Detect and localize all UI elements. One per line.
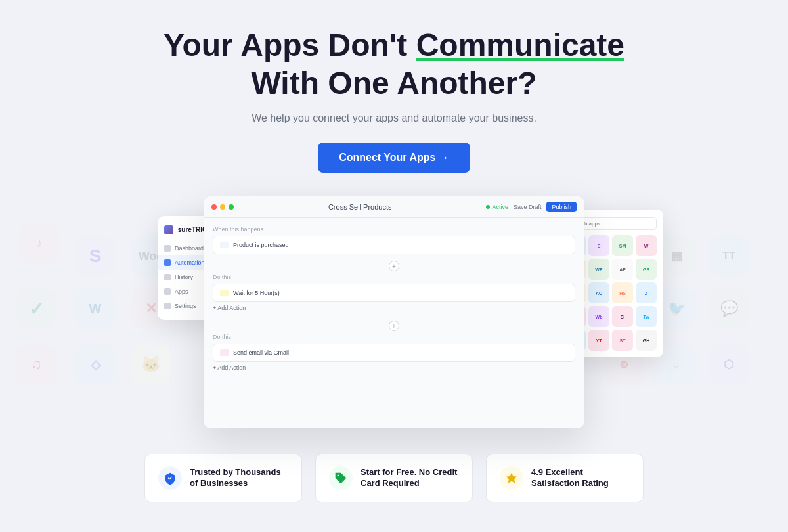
action1-box[interactable]: Wait for 5 Hour(s) xyxy=(213,284,575,302)
action-section-2: Do this Send email via Gmail + Add Actio… xyxy=(213,334,575,374)
app-icon-github[interactable]: GH xyxy=(636,330,657,351)
window-title: Cross Sell Products xyxy=(328,203,392,211)
app-icon-slack[interactable]: Sl xyxy=(612,306,633,327)
trigger-item: Product is purchased xyxy=(233,242,289,248)
action2-item: Send email via Gmail xyxy=(233,349,289,356)
hero-title-line1: Your Apps Don't xyxy=(164,28,416,62)
save-draft-button[interactable]: Save Draft xyxy=(514,204,542,210)
close-dot xyxy=(211,204,217,210)
window-traffic-lights xyxy=(211,204,234,210)
add-step-1[interactable]: + xyxy=(389,261,399,271)
hero-title: Your Apps Don't Communicate With One Ano… xyxy=(164,26,624,102)
app-icon-wordpress[interactable]: WP xyxy=(588,259,609,280)
maximize-dot xyxy=(229,204,234,210)
main-content: Your Apps Don't Communicate With One Ano… xyxy=(0,0,788,516)
action1-icon xyxy=(220,290,229,296)
active-status: Active xyxy=(486,204,508,210)
app-icon-youtube[interactable]: YT xyxy=(588,330,609,351)
cta-button[interactable]: Connect Your Apps → xyxy=(318,143,470,173)
connector-1: + xyxy=(213,261,575,271)
app-icon-suremembers[interactable]: SM xyxy=(612,235,633,256)
minimize-dot xyxy=(220,204,225,210)
app-icon-hubspot[interactable]: HS xyxy=(612,282,633,303)
action2-box[interactable]: Send email via Gmail xyxy=(213,344,575,362)
bottom-badges: Trusted by Thousands of Businesses Start… xyxy=(144,454,644,516)
dashboard-mockup: sureTRIGGERS Dashboard Automations Histo… xyxy=(164,196,624,433)
shield-icon xyxy=(164,472,177,485)
app-icon-google-sheets[interactable]: GS xyxy=(636,259,657,280)
window-actions: Active Save Draft Publish xyxy=(486,202,577,212)
window-body: When this happens Product is purchased +… xyxy=(204,218,584,428)
trigger-icon xyxy=(220,242,229,248)
hero-title-line2: With One Another? xyxy=(251,66,536,100)
app-icon-affpress[interactable]: AP xyxy=(612,259,633,280)
badge-rating: 4.9 Excellent Satisfaction Rating xyxy=(486,454,644,502)
badge-free-text: Start for Free. No Credit Card Required xyxy=(361,467,459,489)
svg-point-0 xyxy=(338,475,339,477)
tag-icon-container xyxy=(329,466,353,490)
content-area: When this happens Product is purchased +… xyxy=(204,218,584,428)
publish-button[interactable]: Publish xyxy=(546,202,577,212)
add-action-1[interactable]: + Add Action xyxy=(213,302,575,314)
badge-rating-text: 4.9 Excellent Satisfaction Rating xyxy=(531,467,630,489)
app-icon-suretrigger[interactable]: ST xyxy=(612,330,633,351)
app-icon-twitter[interactable]: Tw xyxy=(636,306,657,327)
window-titlebar: Cross Sell Products Active Save Draft Pu… xyxy=(204,196,584,218)
action2-icon xyxy=(220,349,229,356)
action1-item: Wait for 5 Hour(s) xyxy=(233,290,280,296)
badge-trusted: Trusted by Thousands of Businesses xyxy=(144,454,302,502)
hero-title-highlight: Communicate xyxy=(416,28,624,62)
action-section-1: Do this Wait for 5 Hour(s) + Add Action xyxy=(213,274,575,314)
app-icon-surecart[interactable]: S xyxy=(588,235,609,256)
shield-icon-container xyxy=(158,466,182,490)
star-icon-container xyxy=(500,466,523,490)
trigger-box[interactable]: Product is purchased xyxy=(213,236,575,254)
app-icon-zoom[interactable]: Z xyxy=(636,282,657,303)
hero-subtitle: We help you connect your apps and automa… xyxy=(252,112,536,124)
action2-label: Do this xyxy=(213,334,575,340)
app-icon-woocommerce[interactable]: W xyxy=(636,235,657,256)
connector-2: + xyxy=(213,321,575,331)
main-window: Cross Sell Products Active Save Draft Pu… xyxy=(204,196,584,428)
active-dot xyxy=(486,205,490,209)
tag-icon xyxy=(334,472,347,485)
trigger-section: When this happens Product is purchased xyxy=(213,226,575,254)
trigger-label: When this happens xyxy=(213,226,575,233)
add-action-2[interactable]: + Add Action xyxy=(213,362,575,374)
add-step-2[interactable]: + xyxy=(389,321,399,331)
badge-free: Start for Free. No Credit Card Required xyxy=(315,454,473,502)
app-icon-webinaroo[interactable]: Wb xyxy=(588,306,609,327)
app-icon-activecampaign[interactable]: AC xyxy=(588,282,609,303)
badge-trusted-text: Trusted by Thousands of Businesses xyxy=(190,467,288,489)
action1-label: Do this xyxy=(213,274,575,280)
star-icon xyxy=(505,472,518,485)
